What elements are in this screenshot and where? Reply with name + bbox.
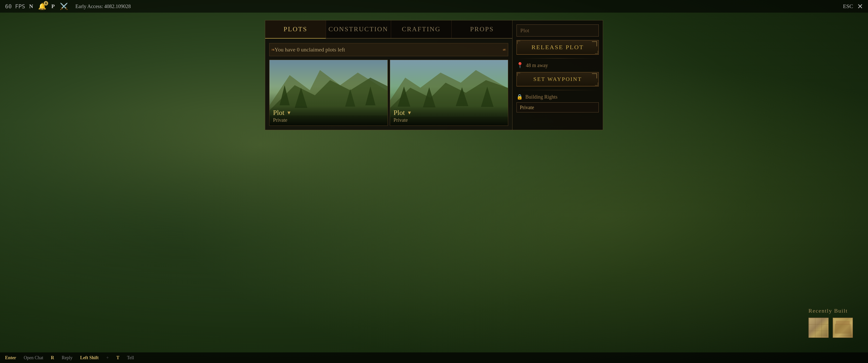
plots-grid: Plot ▼ Private xyxy=(265,60,512,130)
privacy-select[interactable]: Private Public Friends Only xyxy=(517,102,599,112)
plot-label-1: Plot ▼ Private xyxy=(270,106,388,126)
top-bar-icons: N 🔔 6 P ⚔️ Early Access: 4082.109028 xyxy=(29,2,839,10)
plot-privacy-1: Private xyxy=(273,117,384,123)
key-enter: Enter xyxy=(5,355,16,361)
top-bar-right: ESC ✕ xyxy=(843,2,863,10)
action-reply: Reply xyxy=(62,355,72,361)
recently-built-section: Recently Built xyxy=(808,307,853,338)
plot-name-1: Plot ▼ xyxy=(273,109,384,117)
bell-icon[interactable]: 🔔 6 xyxy=(38,2,46,10)
svg-marker-4 xyxy=(295,88,307,108)
tab-plots[interactable]: PLOTS xyxy=(265,21,326,38)
plot-expand-icon-2: ▼ xyxy=(407,110,412,116)
distance-row: 📍 48 m away xyxy=(517,62,599,69)
close-button[interactable]: ✕ xyxy=(857,2,863,10)
svg-rect-23 xyxy=(836,321,850,325)
svg-marker-13 xyxy=(456,87,468,106)
notice-bar: You have 0 unclaimed plots left xyxy=(269,43,508,56)
lock-icon: 🔒 xyxy=(517,94,523,100)
release-plot-button[interactable]: RELEASE PLOT xyxy=(517,40,599,55)
key-r: R xyxy=(51,355,54,361)
plot-card-2[interactable]: Plot ▼ Private xyxy=(390,60,508,126)
tab-construction[interactable]: CONSTRUCTION xyxy=(326,21,391,38)
plot-card-1[interactable]: Plot ▼ Private xyxy=(269,60,388,126)
recently-built-title: Recently Built xyxy=(808,307,853,314)
early-access-label: Early Access: 4082.109028 xyxy=(75,3,131,9)
bottom-key-plus: + xyxy=(106,355,109,361)
esc-button[interactable]: ESC xyxy=(843,3,853,9)
plot-label-2: Plot ▼ Private xyxy=(390,106,508,126)
svg-marker-11 xyxy=(398,87,410,107)
building-rights-label: 🔒 Building Rights xyxy=(517,94,599,100)
svg-marker-6 xyxy=(365,87,375,105)
corner-br-dec xyxy=(595,51,598,54)
distance-text: 48 m away xyxy=(526,63,548,68)
svg-rect-22 xyxy=(835,324,850,333)
notice-text: You have 0 unclaimed plots left xyxy=(275,46,345,53)
action-tell: Tell xyxy=(127,355,134,361)
svg-marker-12 xyxy=(423,87,435,107)
bottom-bar: Enter Open Chat R Reply Left Shift + T T… xyxy=(0,353,868,363)
nav-p[interactable]: P xyxy=(51,3,55,9)
nav-n[interactable]: N xyxy=(29,3,33,9)
divider-2 xyxy=(517,90,599,90)
corner-br-dec2 xyxy=(595,82,598,86)
detail-panel: RELEASE PLOT 📍 48 m away SET WAYPOINT 🔒 … xyxy=(512,20,603,130)
tabs: PLOTS CONSTRUCTION CRAFTING PROPS xyxy=(265,21,512,39)
key-leftshift: Left Shift xyxy=(80,355,99,361)
main-panel: PLOTS CONSTRUCTION CRAFTING PROPS You ha… xyxy=(265,20,603,130)
sep-plus: + xyxy=(106,355,109,361)
plot-search-input[interactable] xyxy=(517,25,599,37)
set-waypoint-button[interactable]: SET WAYPOINT xyxy=(517,72,599,87)
svg-marker-14 xyxy=(481,87,494,107)
corner-tl-dec2 xyxy=(517,73,520,76)
recently-built-items xyxy=(808,318,853,338)
plot-expand-icon-1: ▼ xyxy=(286,110,291,116)
built-item-2[interactable] xyxy=(833,318,853,338)
bottom-key-t: T xyxy=(116,355,119,361)
fps-counter: 60 FPS xyxy=(5,3,25,9)
building-rights-section: 🔒 Building Rights Private Public Friends… xyxy=(517,94,599,112)
plot-privacy-2: Private xyxy=(394,117,505,123)
bottom-key-r: R xyxy=(51,355,54,361)
divider-1 xyxy=(517,58,599,59)
built-item-1[interactable] xyxy=(808,318,829,338)
top-bar: 60 FPS N 🔔 6 P ⚔️ Early Access: 4082.109… xyxy=(0,0,868,12)
bottom-key-enter: Enter xyxy=(5,355,16,361)
bottom-key-reply: Reply xyxy=(62,355,72,361)
action-openchat: Open Chat xyxy=(24,355,43,361)
bottom-key-leftshift: Left Shift xyxy=(80,355,99,361)
key-t: T xyxy=(116,355,119,361)
modal-overlay: PLOTS CONSTRUCTION CRAFTING PROPS You ha… xyxy=(0,12,868,353)
svg-marker-5 xyxy=(345,89,355,107)
tab-crafting[interactable]: CRAFTING xyxy=(391,21,452,38)
tab-props[interactable]: PROPS xyxy=(452,21,512,38)
location-icon: 📍 xyxy=(517,62,523,69)
profile-icon[interactable]: ⚔️ xyxy=(60,2,68,10)
bottom-key-openchat: Open Chat xyxy=(24,355,43,361)
plot-name-2: Plot ▼ xyxy=(394,109,505,117)
bell-badge: 6 xyxy=(44,1,48,5)
bottom-key-tell: Tell xyxy=(127,355,134,361)
corner-tl-dec xyxy=(517,41,520,44)
plots-panel: PLOTS CONSTRUCTION CRAFTING PROPS You ha… xyxy=(265,20,512,130)
svg-rect-16 xyxy=(809,318,828,337)
svg-marker-3 xyxy=(280,85,290,105)
